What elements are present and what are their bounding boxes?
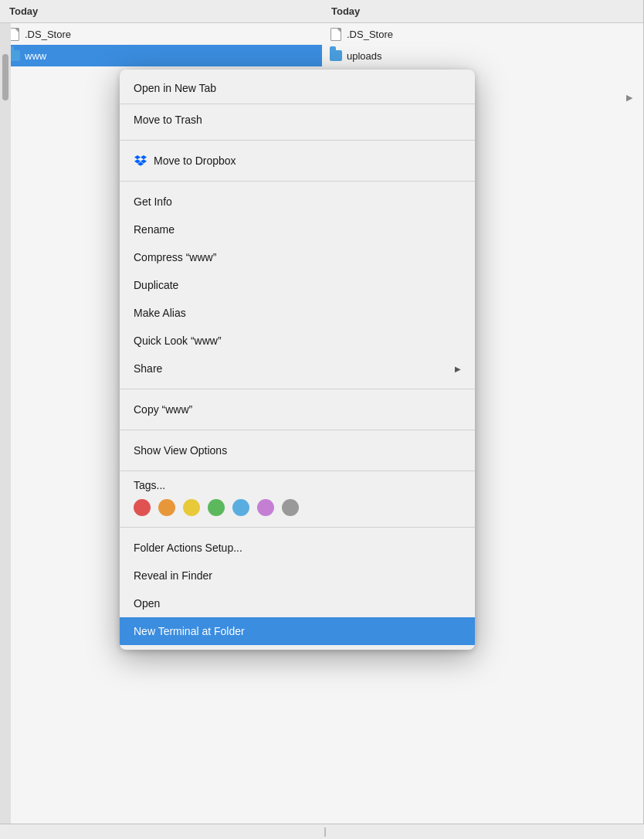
make-alias-label: Make Alias	[134, 307, 186, 319]
tag-dot-purple[interactable]	[257, 499, 274, 516]
expand-arrow[interactable]: ▶	[626, 93, 632, 103]
rename-label: Rename	[134, 223, 175, 236]
copy-www-item[interactable]: Copy “www”	[120, 396, 475, 423]
get-info-label: Get Info	[134, 195, 172, 208]
dropbox-icon	[134, 154, 147, 168]
menu-section-dropbox: Move to Dropbox	[120, 142, 475, 179]
left-item-name-0: .DS_Store	[25, 29, 71, 40]
divider-7	[120, 527, 475, 528]
right-panel-item-uploads[interactable]: uploads	[322, 45, 643, 66]
divider-3	[120, 181, 475, 182]
rename-item[interactable]: Rename	[120, 216, 475, 243]
right-panel-title: Today	[331, 5, 360, 17]
divider-1	[120, 104, 475, 104]
left-panel-title: Today	[9, 5, 38, 17]
show-view-options-item[interactable]: Show View Options	[120, 436, 475, 464]
divider-2	[120, 140, 475, 141]
tag-dot-green[interactable]	[208, 499, 225, 516]
reveal-in-finder-label: Reveal in Finder	[134, 569, 212, 582]
divider-6	[120, 470, 475, 471]
reveal-in-finder-item[interactable]: Reveal in Finder	[120, 562, 475, 589]
open-label: Open	[134, 597, 160, 610]
quick-look-label: Quick Look “www”	[134, 335, 222, 347]
new-terminal-item[interactable]: New Terminal at Folder	[120, 617, 475, 645]
menu-section-view: Show View Options	[120, 432, 475, 469]
show-view-options-label: Show View Options	[134, 444, 227, 457]
context-menu: Open in New Tab Move to Trash Move to Dr…	[120, 70, 475, 650]
right-panel-item-ds-store[interactable]: .DS_Store	[322, 23, 643, 45]
tags-section: Tags...	[120, 473, 475, 525]
quick-look-item[interactable]: Quick Look “www”	[120, 327, 475, 355]
divider-4	[120, 389, 475, 389]
tag-dot-yellow[interactable]	[183, 499, 200, 516]
tag-dot-gray[interactable]	[282, 499, 299, 516]
share-label: Share	[134, 362, 162, 375]
bottom-bar	[0, 824, 644, 839]
right-doc-icon	[330, 27, 342, 41]
menu-section-file-ops: Get Info Rename Compress “www” Duplicate…	[120, 183, 475, 387]
folder-actions-item[interactable]: Folder Actions Setup...	[120, 534, 475, 562]
make-alias-item[interactable]: Make Alias	[120, 299, 475, 327]
share-item[interactable]: Share ▶	[120, 355, 475, 382]
left-scrollbar-thumb[interactable]	[2, 54, 8, 100]
compress-item[interactable]: Compress “www”	[120, 243, 475, 271]
duplicate-item[interactable]: Duplicate	[120, 271, 475, 299]
move-to-dropbox-item[interactable]: Move to Dropbox	[120, 147, 475, 175]
right-panel-header: Today	[322, 0, 643, 23]
right-folder-icon	[330, 49, 342, 63]
folder-actions-label: Folder Actions Setup...	[134, 542, 242, 554]
open-in-new-tab-label: Open in New Tab	[134, 82, 216, 94]
tag-dot-orange[interactable]	[158, 499, 175, 516]
open-item[interactable]: Open	[120, 589, 475, 617]
copy-www-label: Copy “www”	[134, 403, 192, 416]
new-terminal-label: New Terminal at Folder	[134, 625, 245, 637]
move-to-dropbox-label: Move to Dropbox	[154, 155, 236, 167]
right-item-name-1: uploads	[347, 50, 382, 62]
move-to-trash-label: Move to Trash	[134, 114, 202, 126]
open-in-new-tab-item[interactable]: Open in New Tab	[120, 74, 475, 102]
move-to-trash-item[interactable]: Move to Trash	[120, 106, 475, 134]
tags-dots-container	[134, 499, 461, 516]
left-item-name-1: www	[25, 50, 46, 62]
bottom-left-divider	[324, 827, 326, 837]
tag-dot-blue[interactable]	[232, 499, 249, 516]
compress-label: Compress “www”	[134, 251, 216, 263]
duplicate-label: Duplicate	[134, 279, 178, 291]
right-item-name-0: .DS_Store	[347, 29, 393, 40]
divider-5	[120, 430, 475, 430]
share-arrow-icon: ▶	[455, 365, 461, 373]
get-info-item[interactable]: Get Info	[120, 188, 475, 216]
menu-section-copy: Copy “www”	[120, 391, 475, 428]
tags-label[interactable]: Tags...	[134, 479, 461, 491]
tag-dot-red[interactable]	[134, 499, 151, 516]
menu-section-bottom: Folder Actions Setup... Reveal in Finder…	[120, 529, 475, 650]
menu-section-top: Open in New Tab Move to Trash	[120, 70, 475, 138]
left-scrollbar[interactable]	[0, 23, 11, 824]
